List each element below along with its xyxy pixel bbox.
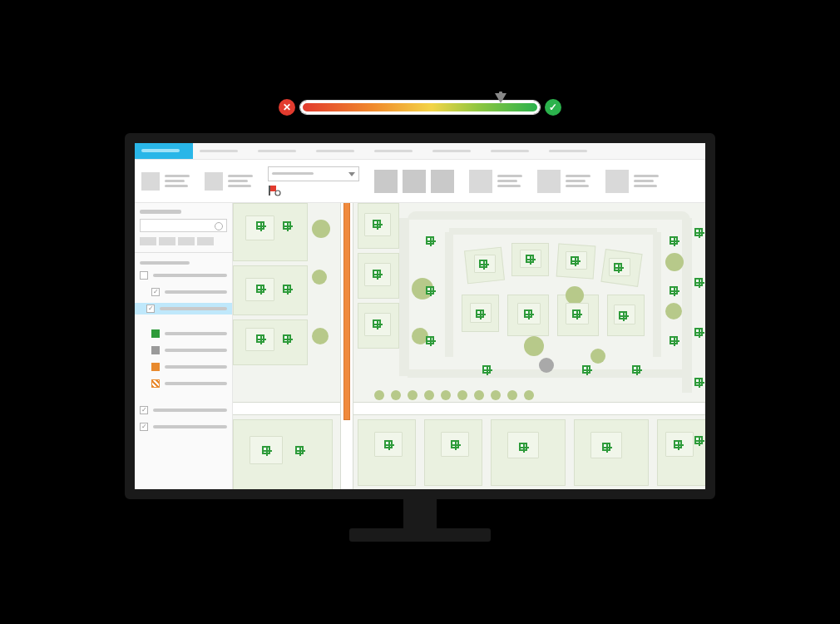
map-marker[interactable] [256,334,264,343]
map-marker[interactable] [670,236,678,245]
tab-1[interactable] [193,143,251,159]
map-marker[interactable] [670,286,678,295]
map-marker[interactable] [482,365,491,374]
ribbon-label [497,175,522,187]
score-track[interactable] [300,101,540,114]
ribbon-select[interactable] [268,166,359,181]
ribbon-button-2[interactable] [403,170,426,193]
legend-row-hatch [140,378,227,389]
ribbon-big-buttons [374,170,454,193]
ribbon-icon [205,172,223,191]
map-marker[interactable] [476,310,484,318]
ribbon-group-5[interactable] [605,170,659,193]
layer-row-0[interactable] [140,270,227,281]
swatch-green-icon [151,329,160,338]
checkbox[interactable] [146,305,155,313]
tab-6[interactable] [484,143,542,159]
map-marker[interactable] [256,221,264,230]
map-marker[interactable] [694,436,703,444]
map-marker[interactable] [614,263,622,271]
sidebar-search[interactable] [140,219,227,232]
map-marker[interactable] [262,446,270,454]
chip-1[interactable] [140,237,156,245]
map-marker[interactable] [670,336,678,344]
ribbon-label [634,175,659,187]
map-marker[interactable] [451,440,459,448]
map-marker[interactable] [524,310,532,318]
map-marker[interactable] [373,270,381,278]
map-marker[interactable] [602,443,610,451]
map-marker[interactable] [283,221,291,230]
ribbon-button-3[interactable] [431,170,454,193]
map-marker[interactable] [283,334,291,343]
legend-row-green [140,328,227,339]
map-canvas[interactable] [233,203,705,489]
monitor-stand-neck [403,499,437,532]
tab-label [141,149,180,152]
checkbox[interactable] [140,423,148,431]
tab-active[interactable] [135,143,193,159]
layer-row-1[interactable] [140,286,227,298]
map-marker[interactable] [582,365,590,374]
ribbon-group-3[interactable] [469,170,522,193]
map-gray-marker[interactable] [539,358,554,373]
map-marker[interactable] [426,286,434,295]
legend-row-gray [140,344,227,356]
map-marker[interactable] [694,228,703,236]
chip-3[interactable] [178,237,195,245]
map-marker[interactable] [373,220,381,228]
map-marker[interactable] [479,260,487,268]
map-marker[interactable] [426,236,434,245]
svg-point-2 [275,191,280,196]
ribbon-label [566,175,590,187]
map-marker[interactable] [632,365,640,374]
map-marker[interactable] [694,378,703,386]
checkbox[interactable] [140,271,148,280]
chip-2[interactable] [159,237,175,245]
ribbon-icon [141,172,160,191]
monitor-stand-base [349,528,491,542]
ribbon-label [165,175,190,187]
map-marker[interactable] [256,285,264,293]
chip-4[interactable] [197,237,214,245]
layer-row-2-selected[interactable] [135,303,232,314]
map-marker[interactable] [384,440,393,448]
checkbox[interactable] [140,406,148,414]
map-marker[interactable] [619,311,627,319]
score-bar: ✕ ✓ [279,96,561,119]
footer-check-1[interactable] [140,421,227,433]
map-marker[interactable] [694,328,703,336]
swatch-gray-icon [151,346,160,354]
fail-icon: ✕ [279,99,295,116]
ribbon [135,160,705,203]
ribbon-button-1[interactable] [374,170,398,193]
map-marker[interactable] [426,336,434,344]
map-marker[interactable] [572,310,581,318]
tab-strip [135,143,705,160]
tab-3[interactable] [309,143,368,159]
checkbox[interactable] [151,288,160,296]
tab-5[interactable] [426,143,484,159]
map-marker[interactable] [526,255,534,263]
ribbon-icon [469,170,492,193]
ribbon-label [228,175,253,187]
sidebar-title [140,210,181,214]
ribbon-group-4[interactable] [537,170,590,193]
map-marker[interactable] [295,446,304,454]
ribbon-group-1[interactable] [141,172,190,191]
ribbon-group-2[interactable] [205,172,253,191]
map-marker[interactable] [674,440,682,448]
ribbon-icon [605,170,629,193]
footer-check-0[interactable] [140,404,227,416]
map-marker[interactable] [373,319,381,328]
map-marker[interactable] [571,256,579,265]
tab-4[interactable] [368,143,426,159]
map-marker[interactable] [283,285,291,293]
map-marker[interactable] [694,278,703,286]
score-thumb[interactable] [495,93,506,103]
tab-2[interactable] [251,143,309,159]
legend-row-orange [140,361,227,373]
map-marker[interactable] [519,443,527,451]
tab-7[interactable] [542,143,600,159]
flag-icon[interactable] [268,185,281,196]
